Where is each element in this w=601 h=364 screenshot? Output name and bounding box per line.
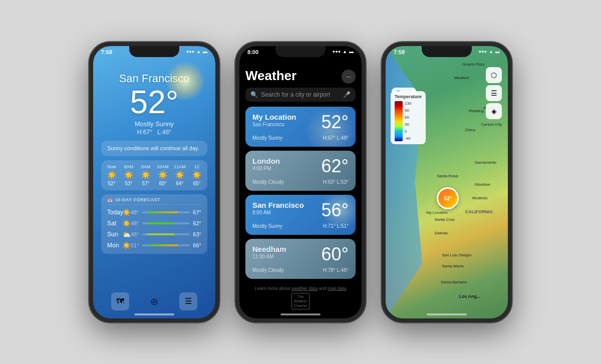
p1-description: Sunny conditions will continue all day. <box>101 141 207 156</box>
p3-location-button[interactable]: ⬡ <box>486 67 502 83</box>
phone-1: 7:58 ●●● ▲ ▬ San Francisco 52° Mostly Su… <box>89 42 219 322</box>
p1-hour-11am: 11AM ☀️ 64° <box>171 164 188 186</box>
p3-temperature-legend: Temperature 130 90 60 30 0 -40 <box>391 91 426 144</box>
p1-bottom-bar: 🗺 ◎ ☰ <box>93 292 215 310</box>
p2-location-needham[interactable]: Needham 11:00 AM 60° Mostly Cloudy H:78°… <box>245 239 356 279</box>
phones-container: 7:58 ●●● ▲ ▬ San Francisco 52° Mostly Su… <box>0 0 601 364</box>
phone1-status-icons: ●●● ▲ ▬ <box>186 49 207 54</box>
phone1-home-indicator[interactable] <box>134 313 174 315</box>
p1-map-button[interactable]: 🗺 <box>111 292 129 310</box>
search-icon: 🔍 <box>250 91 258 98</box>
phone2-status-icons: ●●● ▲ ▬ <box>333 49 354 54</box>
p2-location-sf[interactable]: San Francisco 8:00 AM 56° Mostly Sunny H… <box>245 195 356 235</box>
p1-hour-now: Now ☀️ 52° <box>103 164 120 186</box>
signal-icon: ●●● <box>333 49 341 54</box>
map-label-california: CALIFORNIA <box>465 209 493 214</box>
battery-icon: ▬ <box>203 49 207 54</box>
p1-hour-10am: 10AM ☀️ 60° <box>154 164 171 186</box>
p2-location-my-location[interactable]: My Location San Francisco 52° Mostly Sun… <box>245 107 356 147</box>
phone-3: ·Grants Pass Medford· Redding· Chico· Re… <box>382 42 512 322</box>
p2-search-placeholder: Search for a city or airport <box>261 91 340 98</box>
p1-forecast-title: 📅 10-DAY FORECAST <box>107 197 201 205</box>
p1-forecast-mon: Mon ☀️ 51° 66° <box>107 240 201 251</box>
p1-forecast-sat: Sat ☀️ 48° 62° <box>107 218 201 229</box>
p3-right-buttons: ⬡ ☰ ◈ <box>486 67 502 119</box>
map-label-chico: Chico· <box>465 128 477 132</box>
p1-condition: Mostly Sunny <box>101 120 207 128</box>
wifi-icon: ▲ <box>196 49 201 54</box>
p2-temp-london: 62° <box>322 156 349 177</box>
p1-hour-8am: 8AM ☀️ 53° <box>120 164 137 186</box>
wc-logo: TheWeatherChannel <box>291 293 310 309</box>
phone-2: 8:00 ●●● ▲ ▬ Weather ··· 🔍 Search for a … <box>235 42 366 322</box>
map-label-los-angeles: Los Ang... <box>459 294 480 299</box>
map-label-santa-maria: Santa Maria· <box>442 264 464 268</box>
map-label-santa-barbara: Santa Barbara· <box>441 280 468 284</box>
p2-temp-my: 52° <box>322 112 349 133</box>
p2-location-london[interactable]: London 4:00 PM 62° Mostly Cloudy H:63° L… <box>245 151 356 191</box>
p2-title: Weather <box>245 68 296 84</box>
p2-footer: Learn more about weather data and map da… <box>245 283 356 310</box>
phone2-content: Weather ··· 🔍 Search for a city or airpo… <box>239 64 362 318</box>
p1-hour-12pm: 12 ☀️ 65° <box>188 164 205 186</box>
map-label-santa-rosa: Santa Rosa· <box>437 174 459 178</box>
p1-hilo: H:67° L:48° <box>101 129 207 136</box>
map-pin-temp: 52° <box>438 189 457 208</box>
phone1-time: 7:58 <box>101 49 112 55</box>
p3-list-button[interactable]: ☰ <box>486 85 502 101</box>
mic-icon: 🎤 <box>343 91 351 98</box>
p1-forecast-today: Today ☀️ 48° 67° <box>107 207 201 218</box>
p3-layers-button[interactable]: ◈ <box>486 103 502 119</box>
map-pin-label: My Location <box>426 210 448 215</box>
p3-legend-title: Temperature <box>395 94 422 99</box>
map-label-santa-cruz: Santa Cruz· <box>435 217 456 222</box>
p2-search-bar[interactable]: 🔍 Search for a city or airport 🎤 <box>245 88 356 102</box>
p1-forecast-sun: Sun ⛅ 48° 63° <box>107 229 201 240</box>
map-label-stockton: ·Stockton <box>474 182 490 187</box>
p1-city: San Francisco <box>101 72 207 85</box>
p2-temp-sf: 56° <box>322 200 349 221</box>
p3-legend-labels: 130 90 60 30 0 -40 <box>405 101 411 141</box>
phone3-notch <box>422 46 472 57</box>
p2-footer-text: Learn more about weather data and map da… <box>245 286 356 291</box>
p3-legend-color-bar <box>395 101 403 141</box>
phone1-notch <box>129 46 179 57</box>
p2-more-button[interactable]: ··· <box>342 70 356 84</box>
map-label-sacramento: ·Sacramento <box>474 160 496 165</box>
wifi-icon: ▲ <box>343 49 347 54</box>
signal-icon: ●●● <box>186 49 194 54</box>
battery-icon: ▬ <box>495 49 500 54</box>
phone3-home-indicator[interactable] <box>427 313 467 315</box>
p1-list-button[interactable]: ☰ <box>179 292 197 310</box>
map-label-modesto: ·Modesto <box>471 196 488 200</box>
battery-icon: ▬ <box>349 49 354 54</box>
phone3-time: 7:59 <box>394 49 405 55</box>
map-label-carson-city: Carson City· <box>481 122 503 127</box>
p1-location-button[interactable]: ◎ <box>145 292 163 310</box>
map-label-san-luis-obispo: San Luis Obispo· <box>442 253 472 257</box>
p1-hourly-forecast: Now ☀️ 52° 8AM ☀️ 53° 9AM ☀️ 57° <box>101 160 207 190</box>
p2-header: Weather ··· <box>245 68 356 84</box>
phone2-time: 8:00 <box>247 49 258 55</box>
p1-forecast: 📅 10-DAY FORECAST Today ☀️ 48° 67° Sat <box>101 194 207 254</box>
p2-temp-needham: 60° <box>322 244 349 265</box>
phone1-content: San Francisco 52° Mostly Sunny H:67° L:4… <box>93 64 215 318</box>
map-label-salinas: Salinas· <box>435 231 449 235</box>
p1-temperature: 52° <box>101 86 207 118</box>
phone2-home-indicator[interactable] <box>280 313 321 315</box>
wifi-icon: ▲ <box>489 49 493 54</box>
phone2-notch <box>275 46 326 57</box>
signal-icon: ●●● <box>479 49 487 54</box>
phone3-status-icons: ●●● ▲ ▬ <box>479 49 500 54</box>
p1-hour-9am: 9AM ☀️ 57° <box>137 164 154 186</box>
